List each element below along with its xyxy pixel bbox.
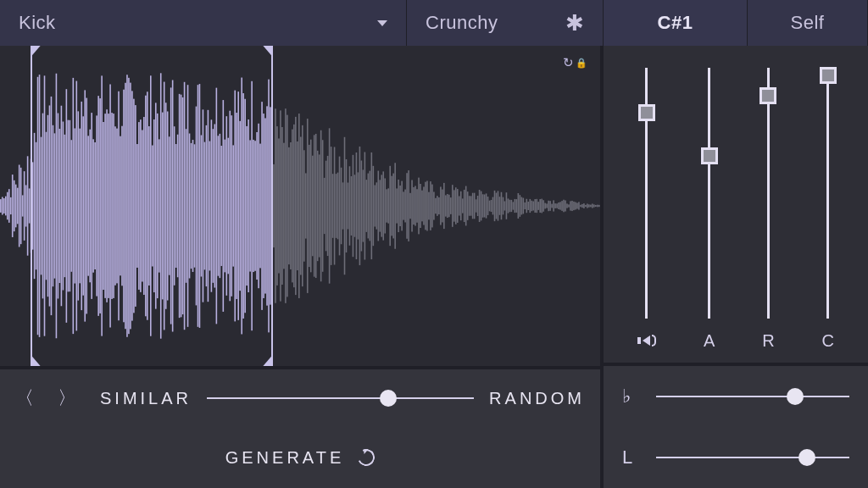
- svg-rect-240: [404, 190, 406, 223]
- svg-rect-116: [196, 107, 198, 306]
- svg-rect-119: [201, 136, 203, 277]
- svg-rect-274: [462, 198, 464, 213]
- cycle-icon: ↻: [563, 55, 574, 70]
- svg-rect-74: [125, 83, 126, 329]
- svg-rect-11: [19, 165, 20, 247]
- svg-rect-304: [513, 202, 515, 209]
- svg-rect-257: [433, 191, 435, 219]
- svg-rect-288: [486, 193, 487, 218]
- vslider-thumb[interactable]: [701, 147, 718, 164]
- refresh-icon[interactable]: [355, 446, 377, 469]
- svg-rect-241: [406, 173, 408, 239]
- svg-rect-351: [592, 203, 593, 208]
- speaker-icon: [637, 330, 656, 351]
- svg-rect-281: [474, 193, 476, 219]
- svg-rect-250: [421, 191, 423, 222]
- svg-rect-79: [133, 99, 135, 313]
- prev-button[interactable]: 〈: [15, 385, 34, 411]
- svg-rect-167: [281, 127, 283, 285]
- svg-rect-344: [580, 205, 581, 207]
- svg-rect-258: [435, 198, 437, 214]
- vslider-track[interactable]: [826, 68, 829, 319]
- slider-thumb[interactable]: [798, 449, 815, 466]
- svg-rect-7: [12, 175, 14, 237]
- vslider-thumb[interactable]: [760, 87, 776, 104]
- param-slider[interactable]: [656, 457, 849, 458]
- svg-rect-0: [0, 199, 2, 213]
- svg-rect-225: [379, 180, 381, 231]
- svg-rect-138: [232, 145, 234, 266]
- svg-rect-143: [241, 78, 242, 335]
- svg-rect-303: [511, 200, 513, 212]
- svg-rect-255: [430, 181, 431, 230]
- svg-rect-202: [341, 168, 342, 244]
- svg-rect-229: [386, 189, 387, 222]
- vslider-thumb[interactable]: [820, 67, 837, 84]
- vslider-R: R: [762, 68, 774, 351]
- param-slider[interactable]: [656, 396, 849, 397]
- svg-rect-174: [293, 125, 295, 287]
- waveform-display[interactable]: ↻🔒: [0, 46, 600, 366]
- svg-rect-302: [509, 200, 511, 213]
- svg-rect-76: [128, 78, 130, 334]
- note-selector[interactable]: C#1: [604, 0, 748, 46]
- svg-rect-245: [413, 187, 415, 225]
- svg-rect-158: [266, 106, 268, 305]
- svg-rect-205: [346, 159, 348, 252]
- svg-rect-126: [213, 129, 214, 283]
- param-row-♭: ♭: [604, 366, 868, 427]
- svg-rect-345: [581, 204, 583, 208]
- svg-rect-1: [2, 197, 3, 214]
- svg-rect-211: [356, 152, 358, 259]
- svg-rect-317: [534, 199, 536, 213]
- svg-rect-254: [428, 192, 430, 220]
- vertical-sliders-panel: ARC: [604, 46, 868, 363]
- svg-rect-125: [211, 119, 213, 291]
- texture-dropdown[interactable]: Crunchy ✱: [407, 0, 604, 46]
- vslider-thumb[interactable]: [638, 104, 655, 121]
- svg-rect-199: [336, 174, 337, 238]
- svg-rect-20: [34, 133, 36, 279]
- svg-rect-297: [501, 192, 503, 220]
- next-button[interactable]: 〉: [58, 385, 76, 411]
- slider-thumb[interactable]: [380, 390, 397, 407]
- mode-selector[interactable]: Self: [748, 0, 868, 46]
- svg-rect-249: [420, 184, 421, 228]
- instrument-dropdown[interactable]: Kick: [0, 0, 407, 46]
- svg-rect-92: [155, 103, 157, 308]
- svg-rect-66: [111, 113, 113, 299]
- svg-rect-292: [492, 197, 494, 215]
- svg-rect-282: [476, 199, 477, 212]
- svg-rect-270: [455, 187, 457, 225]
- right-sliders-panel: ♭L: [604, 363, 868, 488]
- svg-rect-54: [91, 113, 92, 299]
- svg-rect-59: [99, 98, 101, 313]
- svg-rect-89: [150, 75, 152, 336]
- svg-rect-37: [63, 122, 64, 291]
- svg-rect-6: [10, 197, 12, 214]
- generate-button[interactable]: GENERATE: [225, 448, 345, 468]
- svg-rect-103: [174, 126, 175, 286]
- svg-rect-272: [459, 196, 460, 215]
- vslider-track[interactable]: [708, 68, 710, 319]
- svg-rect-256: [431, 185, 433, 228]
- svg-rect-295: [498, 191, 499, 220]
- svg-rect-323: [544, 203, 546, 209]
- svg-rect-239: [403, 191, 404, 219]
- svg-rect-265: [447, 194, 448, 218]
- svg-rect-217: [366, 180, 368, 232]
- similar-random-slider[interactable]: [207, 397, 474, 399]
- svg-rect-353: [595, 205, 597, 207]
- slider-thumb[interactable]: [787, 388, 804, 405]
- svg-rect-331: [558, 202, 559, 209]
- lock-icon: 🔒: [576, 58, 587, 69]
- svg-rect-96: [162, 113, 164, 300]
- loop-lock-button[interactable]: ↻🔒: [563, 54, 587, 71]
- svg-rect-135: [227, 138, 229, 274]
- svg-rect-246: [415, 186, 416, 225]
- svg-rect-330: [556, 203, 558, 208]
- vslider-track[interactable]: [645, 68, 648, 319]
- vslider-track[interactable]: [767, 68, 770, 319]
- svg-rect-294: [496, 193, 498, 219]
- svg-rect-215: [363, 169, 364, 241]
